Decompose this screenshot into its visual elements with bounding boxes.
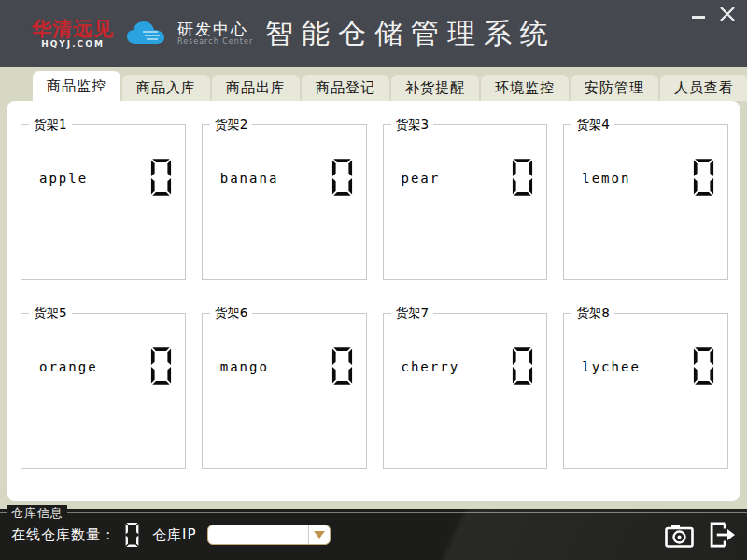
shelf-card: 货架6 mango (202, 313, 367, 469)
tab-bar: 商品监控 商品入库 商品出库 商品登记 补货提醒 环境监控 安防管理 人员查看 (0, 67, 747, 101)
shelf-title: 货架1 (29, 117, 72, 133)
exit-icon (705, 521, 736, 549)
product-name: cherry (402, 359, 460, 374)
shelf-card: 货架3 pear (383, 124, 548, 280)
warehouse-info-row: 在线仓库数量： 仓库IP (11, 521, 331, 549)
shelf-card: 货架4 lemon (563, 124, 728, 280)
camera-icon (665, 523, 694, 548)
title-bar: 华清远见 HQYJ.COM 研发中心 Research Center 智能仓储管… (0, 0, 747, 67)
product-name: orange (39, 359, 98, 374)
shelf-title: 货架7 (391, 305, 434, 322)
shelf-title: 货架3 (391, 117, 434, 133)
product-name: lychee (582, 359, 641, 374)
tab-product-register[interactable]: 商品登记 (302, 75, 389, 101)
tab-security-manage[interactable]: 安防管理 (571, 75, 658, 101)
count-display (693, 157, 714, 198)
shelf-panel: 货架1 apple 货架2 banana 货架3 pear 货架4 lemon … (7, 101, 740, 501)
logo-text: 华清远见 (32, 19, 114, 39)
count-display (150, 345, 172, 386)
count-display (150, 157, 172, 198)
product-name: pear (402, 171, 441, 186)
logo-subtext: HQYJ.COM (32, 39, 114, 49)
dept-subtitle: Research Center (177, 38, 253, 47)
shelf-card: 货架8 lychee (563, 313, 728, 469)
shelf-card: 货架5 orange (21, 313, 186, 469)
minimize-button[interactable] (689, 6, 708, 24)
count-display (512, 157, 533, 198)
dropdown-button[interactable] (308, 525, 330, 544)
shelf-card: 货架1 apple (21, 124, 186, 280)
dropdown-arrow-icon (314, 531, 325, 539)
tab-product-outbound[interactable]: 商品出库 (212, 75, 300, 101)
shelf-card: 货架2 banana (202, 124, 367, 280)
count-display (331, 345, 353, 386)
shelf-title: 货架2 (210, 117, 253, 133)
cloud-icon (126, 20, 165, 48)
count-display (693, 345, 714, 386)
tab-personnel-view[interactable]: 人员查看 (660, 75, 747, 101)
brand-logo: 华清远见 HQYJ.COM 研发中心 Research Center (32, 19, 253, 49)
dept-text-block: 研发中心 Research Center (177, 21, 253, 46)
online-count-display (125, 522, 139, 548)
minimize-icon (692, 16, 705, 19)
shelf-title: 货架6 (210, 305, 253, 322)
close-button[interactable] (715, 2, 740, 26)
warehouse-ip-value (208, 525, 308, 544)
camera-button[interactable] (665, 523, 694, 548)
online-count-label: 在线仓库数量： (11, 526, 116, 544)
window-title: 智能仓储管理系统 (265, 15, 557, 53)
product-name: lemon (582, 171, 630, 186)
exit-button[interactable] (705, 521, 736, 549)
footer-bar: 仓库信息 在线仓库数量： 仓库IP (0, 509, 747, 560)
tab-product-monitor[interactable]: 商品监控 (33, 71, 120, 101)
shelf-card: 货架7 cherry (383, 313, 548, 469)
product-name: apple (39, 171, 88, 186)
count-display (512, 345, 533, 386)
tab-environment-monitor[interactable]: 环境监控 (481, 75, 569, 101)
shelf-title: 货架8 (571, 305, 614, 322)
shelf-grid: 货架1 apple 货架2 banana 货架3 pear 货架4 lemon … (21, 124, 728, 469)
logo-text-block: 华清远见 HQYJ.COM (32, 19, 114, 49)
warehouse-ip-label: 仓库IP (152, 526, 196, 544)
groupbox-title: 仓库信息 (7, 505, 67, 522)
product-name: banana (220, 171, 279, 186)
dept-title: 研发中心 (177, 21, 253, 38)
shelf-title: 货架4 (571, 117, 614, 133)
count-display (331, 157, 353, 198)
product-name: mango (220, 359, 269, 374)
shelf-title: 货架5 (29, 305, 72, 322)
tab-product-inbound[interactable]: 商品入库 (122, 75, 210, 101)
warehouse-ip-select[interactable] (207, 525, 331, 545)
content-area: 货架1 apple 货架2 banana 货架3 pear 货架4 lemon … (0, 101, 747, 509)
footer-actions (665, 521, 736, 549)
tab-restock-alert[interactable]: 补货提醒 (391, 75, 479, 101)
close-icon (716, 3, 739, 25)
groupbox-border: 仓库信息 (0, 512, 747, 513)
